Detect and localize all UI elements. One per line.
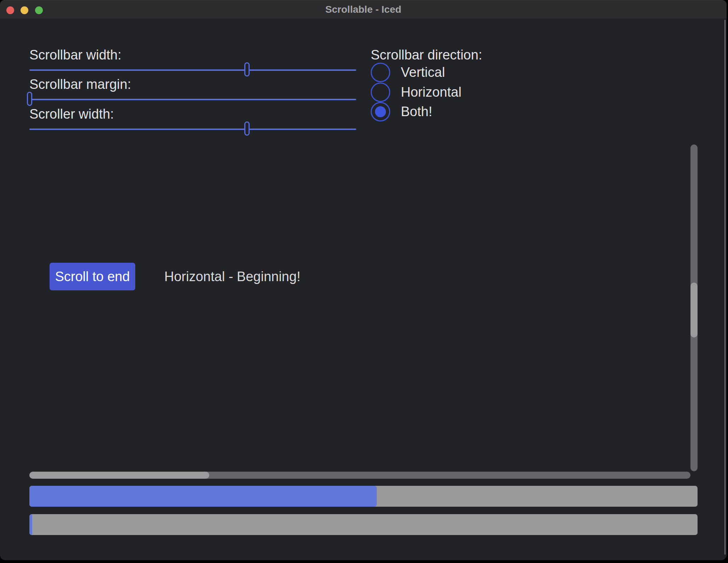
scroller-width-slider-handle[interactable] — [244, 121, 250, 136]
scrollbar-direction-label: Scrollbar direction: — [371, 48, 482, 62]
scrollbar-width-slider-handle[interactable] — [244, 62, 250, 76]
scroll-status-text: Horizontal - Beginning! — [164, 263, 300, 290]
radio-horizontal-label: Horizontal — [401, 85, 461, 99]
radio-both[interactable]: Both! — [371, 102, 432, 121]
progress-bar-fill — [29, 486, 377, 507]
scroller-width-label: Scroller width: — [29, 107, 114, 121]
radio-vertical[interactable]: Vertical — [371, 62, 445, 82]
progress-bar-vertical — [29, 514, 698, 535]
radio-circle-icon[interactable] — [371, 63, 390, 82]
scrollbar-margin-slider[interactable] — [29, 99, 356, 100]
scrollbar-width-slider[interactable] — [29, 69, 356, 71]
radio-horizontal[interactable]: Horizontal — [371, 82, 461, 102]
radio-circle-icon[interactable] — [371, 102, 390, 121]
horizontal-scrollbar-thumb[interactable] — [29, 472, 209, 479]
progress-bar-fill — [29, 514, 32, 535]
window-edge-line — [724, 20, 726, 555]
radio-dot-icon — [375, 106, 386, 117]
vertical-scrollbar[interactable] — [690, 144, 698, 471]
titlebar: Scrollable - Iced — [0, 0, 727, 19]
app-window: Scrollable - Iced Scrollbar width: Scrol… — [0, 0, 727, 560]
progress-bar-horizontal — [29, 486, 698, 507]
scrollbar-width-label: Scrollbar width: — [29, 48, 121, 62]
horizontal-scrollbar[interactable] — [29, 472, 690, 479]
scroll-to-end-button[interactable]: Scroll to end — [50, 263, 135, 290]
radio-circle-icon[interactable] — [371, 83, 390, 102]
scroller-width-slider[interactable] — [29, 129, 356, 130]
radio-vertical-label: Vertical — [401, 66, 445, 79]
scrollbar-margin-slider-handle[interactable] — [27, 92, 32, 106]
radio-both-label: Both! — [401, 105, 432, 118]
scrollbar-margin-label: Scrollbar margin: — [29, 78, 131, 91]
vertical-scrollbar-thumb[interactable] — [690, 283, 698, 337]
window-title: Scrollable - Iced — [0, 0, 727, 19]
